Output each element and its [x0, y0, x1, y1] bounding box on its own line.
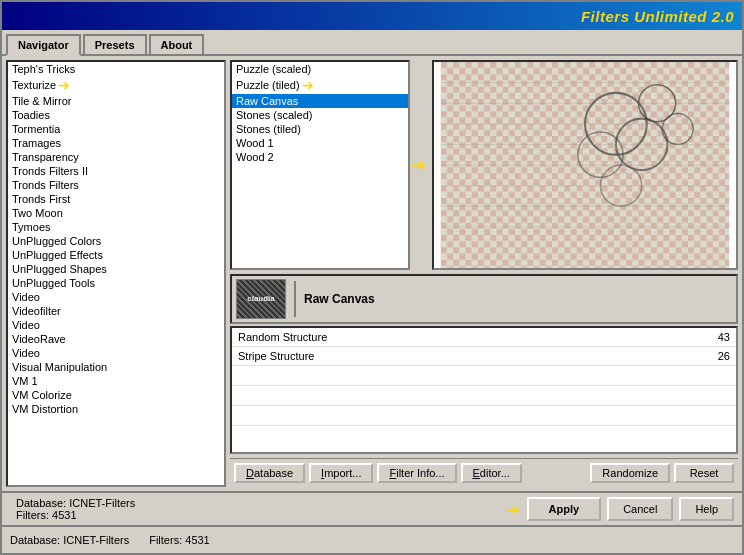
params-panel: Random Structure 43 Stripe Structure 26 — [230, 326, 738, 454]
filter-info-button[interactable]: Filter Info... — [377, 463, 456, 483]
filter-item[interactable]: Stones (tiled) — [232, 122, 408, 136]
list-item[interactable]: Texturize ➔ — [8, 76, 224, 94]
plugin-logo-text: claudia — [247, 294, 275, 304]
list-item[interactable]: Tramages — [8, 136, 224, 150]
database-button[interactable]: Database — [234, 463, 305, 483]
filter-item[interactable]: Puzzle (scaled) — [232, 62, 408, 76]
filters-val: 4531 — [52, 509, 76, 521]
list-item[interactable]: Videofilter — [8, 304, 224, 318]
filter-item[interactable]: Puzzle (tiled) ➔ — [232, 76, 408, 94]
filter-list-container[interactable]: Puzzle (scaled) Puzzle (tiled) ➔ Raw Can… — [230, 60, 410, 270]
db-label: Database: — [10, 534, 63, 546]
top-section: Puzzle (scaled) Puzzle (tiled) ➔ Raw Can… — [230, 60, 738, 270]
filters-value-status: 4531 — [185, 534, 209, 546]
arrow-icon: ➔ — [58, 77, 70, 93]
param-name: Stripe Structure — [238, 350, 314, 362]
list-item[interactable]: Teph's Tricks — [8, 62, 224, 76]
list-item[interactable]: UnPlugged Tools — [8, 276, 224, 290]
reset-button[interactable]: Reset — [674, 463, 734, 483]
database-val: ICNET-Filters — [69, 497, 135, 509]
filter-item[interactable]: Wood 2 — [232, 150, 408, 164]
tab-bar: Navigator Presets About — [2, 30, 742, 56]
list-item[interactable]: Video — [8, 346, 224, 360]
filter-item-raw-canvas[interactable]: Raw Canvas — [232, 94, 408, 108]
left-panel: Teph's Tricks Texturize ➔ Tile & Mirror … — [6, 60, 226, 487]
category-list-container: Teph's Tricks Texturize ➔ Tile & Mirror … — [6, 60, 226, 487]
param-row[interactable]: Random Structure 43 — [232, 328, 736, 347]
randomize-button[interactable]: Randomize — [590, 463, 670, 483]
arrow-icon: ➔ — [302, 77, 314, 93]
list-item[interactable]: Tronds Filters II — [8, 164, 224, 178]
plugin-info-row: claudia Raw Canvas — [230, 274, 738, 322]
list-item[interactable]: Visual Manipulation — [8, 360, 224, 374]
plugin-logo: claudia — [236, 279, 286, 319]
plugin-info: claudia Raw Canvas — [230, 274, 738, 324]
param-row[interactable]: Stripe Structure 26 — [232, 347, 736, 366]
main-window: Filters Unlimited 2.0 Navigator Presets … — [0, 0, 744, 555]
list-item[interactable]: Tronds Filters — [8, 178, 224, 192]
title-bar: Filters Unlimited 2.0 — [2, 2, 742, 30]
right-panel: Puzzle (scaled) Puzzle (tiled) ➔ Raw Can… — [230, 60, 738, 487]
param-row-empty — [232, 366, 736, 386]
param-row-empty — [232, 386, 736, 406]
list-item[interactable]: UnPlugged Effects — [8, 248, 224, 262]
action-buttons-bar: Database: ICNET-Filters Filters: 4531 Da… — [2, 491, 742, 525]
preview-svg — [434, 62, 736, 268]
category-list-scroll[interactable]: Teph's Tricks Texturize ➔ Tile & Mirror … — [8, 62, 224, 485]
list-item[interactable]: Transparency — [8, 150, 224, 164]
list-item[interactable]: Two Moon — [8, 206, 224, 220]
list-item[interactable]: Tormentia — [8, 122, 224, 136]
tab-navigator[interactable]: Navigator — [6, 34, 81, 56]
apply-arrow-icon: ➔ — [506, 500, 519, 519]
tab-about[interactable]: About — [149, 34, 205, 54]
filter-item[interactable]: Stones (scaled) — [232, 108, 408, 122]
list-item[interactable]: Video — [8, 290, 224, 304]
param-value: 26 — [718, 350, 730, 362]
database-label: Database: — [16, 497, 66, 509]
window-title: Filters Unlimited 2.0 — [581, 8, 734, 25]
db-value: ICNET-Filters — [63, 534, 129, 546]
bottom-buttons: Database Import... Filter Info... Editor… — [230, 458, 738, 487]
import-button[interactable]: Import... — [309, 463, 373, 483]
list-item[interactable]: Toadies — [8, 108, 224, 122]
param-value: 43 — [718, 331, 730, 343]
main-content: Teph's Tricks Texturize ➔ Tile & Mirror … — [2, 56, 742, 491]
param-row-empty — [232, 406, 736, 426]
param-name: Random Structure — [238, 331, 327, 343]
list-item[interactable]: VM 1 — [8, 374, 224, 388]
list-item[interactable]: VideoRave — [8, 332, 224, 346]
filters-label-status: Filters: — [149, 534, 185, 546]
list-item[interactable]: VM Colorize — [8, 388, 224, 402]
list-item[interactable]: Tymoes — [8, 220, 224, 234]
status-info: Database: ICNET-Filters Filters: 4531 — [16, 497, 135, 521]
editor-button[interactable]: Editor... — [461, 463, 522, 483]
list-item[interactable]: Tile & Mirror — [8, 94, 224, 108]
list-item[interactable]: Tronds First — [8, 192, 224, 206]
arrow-indicator: ➔ — [409, 60, 428, 270]
filters-label: Filters: — [16, 509, 49, 521]
list-item[interactable]: UnPlugged Colors — [8, 234, 224, 248]
plugin-name: Raw Canvas — [304, 292, 375, 306]
apply-button[interactable]: Apply — [527, 497, 602, 521]
status-bar: Database: ICNET-Filters Filters: 4531 — [2, 525, 742, 553]
list-item[interactable]: Video — [8, 318, 224, 332]
list-item[interactable]: VM Distortion — [8, 402, 224, 416]
bottom-section: Database Import... Filter Info... Editor… — [230, 458, 738, 487]
help-button[interactable]: Help — [679, 497, 734, 521]
preview-image — [432, 60, 738, 270]
tab-presets[interactable]: Presets — [83, 34, 147, 54]
divider — [294, 281, 296, 317]
list-item[interactable]: UnPlugged Shapes — [8, 262, 224, 276]
filter-item[interactable]: Wood 1 — [232, 136, 408, 150]
filter-list-panel: Puzzle (scaled) Puzzle (tiled) ➔ Raw Can… — [230, 60, 405, 270]
cancel-button[interactable]: Cancel — [607, 497, 673, 521]
